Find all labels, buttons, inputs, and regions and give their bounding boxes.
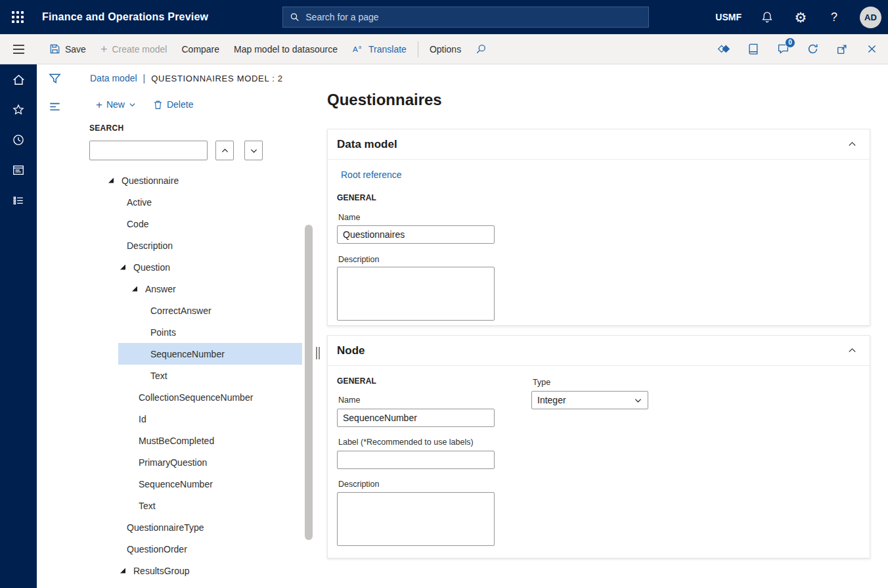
- nav-pane-toggle-button[interactable]: [0, 34, 37, 64]
- create-model-button[interactable]: + Create model: [93, 34, 175, 64]
- app-launcher-button[interactable]: [0, 0, 35, 34]
- root-reference-link[interactable]: Root reference: [341, 170, 402, 180]
- card-title: Data model: [337, 138, 397, 151]
- tree-node[interactable]: ResultsGroup: [72, 560, 314, 581]
- tree-node-label: Code: [127, 219, 148, 229]
- node-card: Node GENERAL Name Label (*Recommended to…: [327, 335, 870, 558]
- tree-node[interactable]: Answer: [72, 278, 314, 300]
- expand-triangle-icon[interactable]: [120, 265, 125, 270]
- model-tree: QuestionnaireActiveCodeDescriptionQuesti…: [72, 170, 314, 581]
- tree-node-label: Answer: [145, 284, 176, 294]
- chevron-up-icon: [847, 139, 857, 149]
- notifications-button[interactable]: [759, 9, 775, 25]
- new-node-button[interactable]: + New: [96, 99, 136, 110]
- breadcrumb-link[interactable]: Data model: [90, 73, 137, 83]
- tree-node-label: PrimaryQuestion: [139, 457, 207, 468]
- tree-node[interactable]: QuestionnaireType: [72, 516, 314, 538]
- map-model-button[interactable]: Map model to datasource: [227, 34, 345, 64]
- tree-scrollbar[interactable]: [305, 225, 313, 540]
- search-next-button[interactable]: [244, 141, 263, 160]
- open-new-window-button[interactable]: [835, 42, 849, 57]
- delete-node-button[interactable]: Delete: [153, 99, 193, 110]
- tree-node[interactable]: Question: [72, 256, 314, 278]
- node-label-input[interactable]: [337, 451, 495, 469]
- page-search-box[interactable]: [282, 7, 649, 28]
- tree-node-label: SequenceNumber: [150, 349, 225, 359]
- refresh-icon: [807, 43, 819, 55]
- refresh-button[interactable]: [805, 42, 820, 57]
- tree-node[interactable]: Points: [72, 321, 314, 343]
- company-picker[interactable]: USMF: [715, 12, 742, 22]
- open-in-new-window-icon: [836, 43, 848, 55]
- tree-node[interactable]: Questionnaire: [72, 170, 314, 191]
- related-views-button[interactable]: [717, 42, 731, 57]
- modules-nav-button[interactable]: [0, 185, 37, 215]
- translate-button[interactable]: A a Translate: [345, 34, 414, 64]
- pane-splitter-handle[interactable]: [316, 347, 321, 359]
- collapse-card-button[interactable]: [845, 137, 859, 152]
- tree-node[interactable]: Id: [72, 408, 314, 430]
- node-type-select[interactable]: Integer: [531, 391, 648, 409]
- save-button[interactable]: Save: [42, 34, 93, 64]
- tree-search-input[interactable]: [89, 141, 208, 160]
- tree-node-label: ResultsGroup: [133, 566, 190, 576]
- plus-icon: +: [96, 99, 102, 110]
- tree-node[interactable]: SequenceNumber: [72, 343, 314, 365]
- options-button[interactable]: Options: [422, 34, 468, 64]
- book-icon: [747, 43, 760, 55]
- app-title: Finance and Operations Preview: [42, 11, 208, 23]
- bell-icon: [761, 11, 774, 24]
- svg-text:A: A: [353, 44, 358, 53]
- data-model-card: Data model Root reference GENERAL Name D…: [327, 129, 870, 326]
- tree-node-label: Questionnaire: [122, 175, 179, 186]
- close-page-button[interactable]: [864, 42, 879, 57]
- tree-node-label: MustBeCompleted: [139, 436, 214, 446]
- collapse-pane-icon: [48, 99, 62, 113]
- tree-node[interactable]: Text: [72, 365, 314, 386]
- save-icon: [49, 43, 60, 55]
- tree-node-label: CorrectAnswer: [150, 305, 211, 316]
- page-search-input[interactable]: [305, 12, 642, 22]
- recent-nav-button[interactable]: [0, 125, 37, 155]
- workspaces-nav-button[interactable]: [0, 155, 37, 185]
- tree-node[interactable]: Description: [72, 235, 314, 256]
- messages-button[interactable]: 0: [776, 42, 790, 57]
- expand-triangle-icon[interactable]: [108, 178, 114, 183]
- settings-button[interactable]: ⚙: [793, 9, 809, 25]
- tree-node[interactable]: SequenceNumber: [72, 473, 314, 495]
- tree-node-label: Question: [133, 262, 170, 273]
- home-nav-button[interactable]: [0, 64, 37, 95]
- tree-node[interactable]: CorrectAnswer: [72, 300, 314, 321]
- tree-node[interactable]: Active: [72, 191, 314, 213]
- tree-node[interactable]: MustBeCompleted: [72, 430, 314, 451]
- search-previous-button[interactable]: [215, 141, 234, 160]
- clock-icon: [12, 133, 25, 147]
- tree-node[interactable]: Text: [72, 495, 314, 516]
- tree-search-label: SEARCH: [89, 124, 123, 133]
- compare-button[interactable]: Compare: [174, 34, 227, 64]
- collapse-card-button[interactable]: [845, 344, 859, 358]
- description-label: Description: [338, 255, 380, 264]
- task-guide-button[interactable]: [746, 42, 761, 57]
- expand-triangle-icon[interactable]: [132, 286, 137, 292]
- help-button[interactable]: ?: [826, 9, 842, 25]
- tree-node[interactable]: CollectionSequenceNumber: [72, 386, 314, 408]
- node-description-textarea[interactable]: [337, 492, 495, 546]
- user-avatar[interactable]: AD: [860, 7, 881, 28]
- model-description-textarea[interactable]: [337, 267, 495, 321]
- node-name-input[interactable]: [337, 409, 495, 427]
- type-label: Type: [533, 378, 550, 387]
- expand-triangle-icon[interactable]: [120, 568, 125, 574]
- general-section-label: GENERAL: [337, 376, 376, 386]
- tree-node[interactable]: QuestionOrder: [72, 538, 314, 560]
- favorites-nav-button[interactable]: [0, 95, 37, 125]
- left-nav-rail: [0, 64, 37, 588]
- toolbar-search-button[interactable]: [468, 34, 494, 64]
- collapse-pane-button[interactable]: [37, 92, 72, 120]
- filter-button[interactable]: [37, 64, 72, 92]
- tree-node[interactable]: Code: [72, 213, 314, 235]
- model-name-input[interactable]: [337, 225, 495, 244]
- tree-node-label: Text: [150, 371, 167, 381]
- tree-node[interactable]: PrimaryQuestion: [72, 451, 314, 473]
- tree-node-label: Id: [139, 414, 146, 424]
